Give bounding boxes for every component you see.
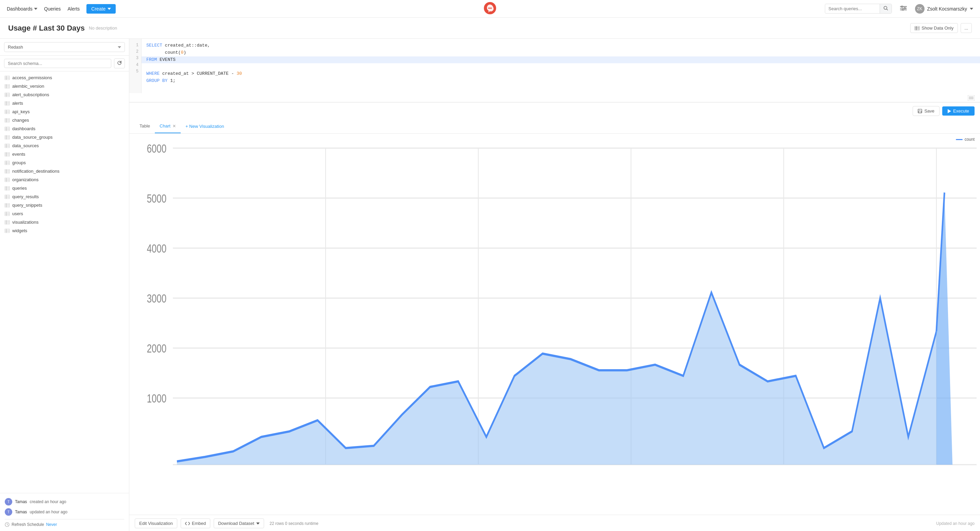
- edit-visualization-button[interactable]: Edit Visualization: [135, 518, 177, 528]
- svg-point-3: [491, 8, 492, 9]
- queries-nav[interactable]: Queries: [44, 6, 61, 11]
- svg-text:1000: 1000: [147, 392, 166, 405]
- download-dataset-button[interactable]: Download Dataset: [214, 518, 264, 528]
- refresh-schedule: Refresh Schedule Never: [5, 519, 124, 528]
- navbar: Dashboards Queries Alerts Create: [0, 0, 980, 18]
- tab-chart[interactable]: Chart ✕: [155, 119, 181, 133]
- clock-icon: [5, 522, 10, 527]
- main-layout: Redash access_permissionsalembic_version…: [0, 39, 980, 531]
- editor-container: 1 2 3 4 5 SELECT created_at::date, count…: [129, 39, 980, 102]
- search-box[interactable]: [825, 4, 892, 14]
- table-row-icon: [5, 220, 10, 224]
- svg-rect-52: [5, 152, 10, 156]
- schema-table-item[interactable]: users: [0, 209, 129, 218]
- page-description: No description: [89, 25, 117, 30]
- download-chevron-icon: [256, 523, 259, 525]
- schema-table-item[interactable]: groups: [0, 159, 129, 167]
- schema-table-item[interactable]: alerts: [0, 99, 129, 108]
- schema-table-item[interactable]: alembic_version: [0, 82, 129, 90]
- svg-text:4000: 4000: [147, 242, 166, 255]
- svg-rect-98: [919, 109, 920, 111]
- search-button[interactable]: [880, 4, 891, 13]
- svg-rect-16: [5, 76, 10, 80]
- svg-rect-24: [5, 93, 10, 97]
- svg-rect-72: [5, 195, 10, 199]
- collapse-icon[interactable]: [968, 95, 975, 101]
- show-data-only-button[interactable]: Show Data Only: [910, 23, 958, 33]
- creator-name: Tamas: [15, 499, 27, 504]
- updated-info: Updated an hour ago: [936, 521, 975, 526]
- schema-table-item[interactable]: events: [0, 150, 129, 159]
- navbar-right: ZK Zsolt Kocsmarszky: [825, 4, 973, 14]
- schema-list: access_permissionsalembic_versionalert_s…: [0, 71, 129, 493]
- created-by-row: T Tamas created an hour ago: [5, 497, 124, 507]
- table-row-icon: [5, 101, 10, 105]
- rows-info: 22 rows 0 seconds runtime: [269, 521, 318, 526]
- table-row-icon: [5, 144, 10, 148]
- creator-avatar: T: [5, 498, 12, 506]
- schema-select[interactable]: Redash: [4, 42, 125, 52]
- code-editor[interactable]: 1 2 3 4 5 SELECT created_at::date, count…: [129, 39, 980, 93]
- execute-icon: [948, 109, 951, 113]
- user-menu[interactable]: ZK Zsolt Kocsmarszky: [915, 4, 973, 14]
- schema-table-item[interactable]: alert_subscriptions: [0, 90, 129, 99]
- updater-avatar: T: [5, 508, 12, 516]
- line-numbers: 1 2 3 4 5: [129, 39, 142, 93]
- embed-button[interactable]: Embed: [181, 518, 210, 528]
- schema-table-item[interactable]: api_keys: [0, 108, 129, 116]
- svg-rect-20: [5, 84, 10, 89]
- schema-table-item[interactable]: notification_destinations: [0, 167, 129, 175]
- schema-table-item[interactable]: organizations: [0, 175, 129, 184]
- schema-table-item[interactable]: data_source_groups: [0, 133, 129, 141]
- table-row-icon: [5, 169, 10, 173]
- more-options-button[interactable]: ...: [961, 23, 972, 33]
- execute-label: Execute: [953, 108, 969, 114]
- svg-marker-100: [948, 109, 951, 113]
- execute-button[interactable]: Execute: [942, 106, 975, 116]
- code-content[interactable]: SELECT created_at::date, count(0) FROM E…: [142, 39, 980, 93]
- page-title: Usage # Last 30 Days: [8, 24, 85, 33]
- schema-table-item[interactable]: data_sources: [0, 141, 129, 150]
- tab-chart-close[interactable]: ✕: [172, 124, 176, 128]
- tab-new-viz[interactable]: + New Visualization: [181, 120, 229, 133]
- dashboards-nav[interactable]: Dashboards: [7, 6, 37, 11]
- schema-table-item[interactable]: queries: [0, 184, 129, 192]
- svg-rect-32: [5, 110, 10, 114]
- query-area: 1 2 3 4 5 SELECT created_at::date, count…: [129, 39, 980, 531]
- svg-line-5: [886, 9, 888, 11]
- svg-rect-56: [5, 161, 10, 165]
- create-chevron-icon: [108, 8, 111, 10]
- updater-name: Tamas: [15, 510, 27, 514]
- table-row-icon: [5, 152, 10, 156]
- alerts-nav[interactable]: Alerts: [68, 6, 80, 11]
- table-row-icon: [5, 127, 10, 131]
- table-row-icon: [5, 212, 10, 216]
- dashboards-label: Dashboards: [7, 6, 33, 11]
- schema-table-item[interactable]: changes: [0, 116, 129, 124]
- table-icon: [915, 26, 920, 30]
- schema-search-input[interactable]: [4, 59, 111, 68]
- table-row-icon: [5, 93, 10, 97]
- settings-button[interactable]: [897, 4, 910, 14]
- svg-rect-76: [5, 203, 10, 208]
- svg-rect-60: [5, 169, 10, 173]
- save-button[interactable]: Save: [913, 106, 940, 116]
- schema-refresh-button[interactable]: [114, 59, 125, 68]
- svg-rect-64: [5, 178, 10, 182]
- schema-table-item[interactable]: dashboards: [0, 124, 129, 133]
- search-input[interactable]: [825, 5, 880, 13]
- table-row-icon: [5, 135, 10, 139]
- schema-table-item[interactable]: access_permissions: [0, 73, 129, 82]
- schema-table-item[interactable]: visualizations: [0, 218, 129, 227]
- create-button[interactable]: Create: [86, 4, 116, 14]
- save-icon: [918, 109, 922, 113]
- schema-table-item[interactable]: query_snippets: [0, 201, 129, 209]
- page-header-actions: Show Data Only ...: [910, 23, 972, 33]
- tab-table[interactable]: Table: [135, 119, 155, 133]
- refresh-value[interactable]: Never: [46, 522, 57, 527]
- schema-table-item[interactable]: widgets: [0, 227, 129, 235]
- schema-search-row: [0, 56, 129, 71]
- schema-table-item[interactable]: query_results: [0, 192, 129, 201]
- svg-point-11: [902, 9, 904, 11]
- svg-point-2: [489, 8, 491, 9]
